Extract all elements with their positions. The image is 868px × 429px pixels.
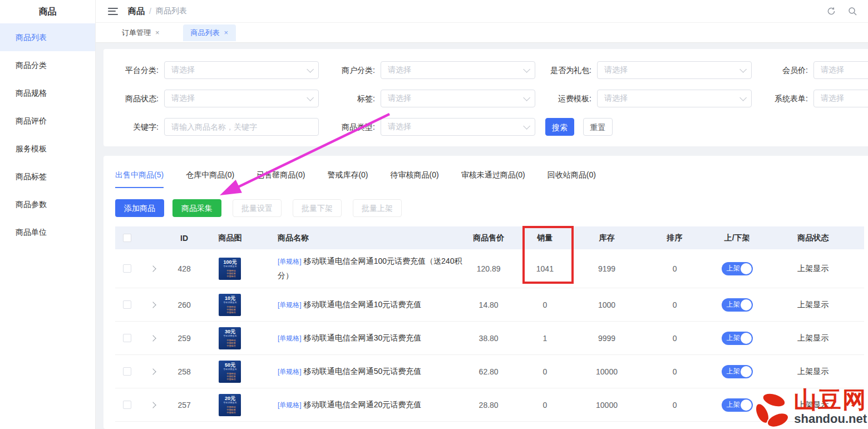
spec-tag: [单规格] [278,368,302,376]
product-sales: 0 [514,300,576,309]
sidebar-item-product-category[interactable]: 商品分类 [0,51,95,79]
product-price: 38.80 [463,334,513,343]
product-type-select[interactable]: 请选择 [381,118,535,136]
content-area: 平台分类: 请选择 商户分类: 请选择 是否为礼包: 请选择 会员价: 请选择 … [103,43,868,429]
product-name[interactable]: [单规格]移动联通电信全网通30元话费充值 [259,331,463,346]
product-price: 62.80 [463,367,513,376]
product-status: 上架显示 [762,300,864,310]
sidebar-item-product-list[interactable]: 商品列表 [0,23,95,51]
shelf-toggle[interactable]: 上架 [722,332,753,345]
sidebar-item-product-review[interactable]: 商品评价 [0,107,95,135]
row-checkbox[interactable] [123,401,131,409]
tab-review-rejected[interactable]: 审核未通过商品(0) [461,170,525,188]
route-tab-product-list[interactable]: 商品列表 × [183,24,236,41]
spec-tag: [单规格] [278,301,302,309]
tab-pending-review[interactable]: 待审核商品(0) [391,170,439,188]
product-price: 28.80 [463,401,513,410]
sidebar-item-product-unit[interactable]: 商品单位 [0,218,95,246]
product-image[interactable]: 10元 手机话费直充 中国移动 中国联通 中国电信 [219,294,241,316]
sidebar-item-product-tag[interactable]: 商品标签 [0,162,95,190]
tab-in-warehouse[interactable]: 仓库中商品(0) [186,170,234,188]
breadcrumb-root[interactable]: 商品 [128,6,145,17]
filter-label-is-gift: 是否为礼包: [525,61,591,79]
breadcrumb-current: 商品列表 [156,6,187,16]
row-checkbox[interactable] [123,264,131,273]
system-form-select[interactable]: 请选择 [813,90,868,107]
filter-label-product-status: 商品状态: [92,90,159,107]
tag-select[interactable]: 请选择 [381,90,535,107]
sidebar-item-product-param[interactable]: 商品参数 [0,190,95,218]
tab-low-stock[interactable]: 警戒库存(0) [327,170,368,188]
product-name[interactable]: [单规格]移动联通电信全网通20元话费充值 [259,398,463,412]
menu-collapse-icon[interactable] [108,8,118,15]
product-name[interactable]: [单规格]移动联通电信全网通50元话费充值 [259,364,463,379]
sidebar-title: 商品 [0,0,95,23]
tab-on-sale[interactable]: 出售中商品(5) [115,170,164,188]
sidebar: 商品 商品列表 商品分类 商品规格 商品评价 服务模板 商品标签 商品参数 商品… [0,0,96,429]
keyword-input-wrap [164,118,319,136]
expand-row-icon[interactable] [150,302,156,308]
keyword-input[interactable] [171,122,312,131]
search-icon[interactable] [848,7,857,16]
product-image[interactable]: 100元 手机话费直充 中国移动 中国联通 中国电信 [219,258,241,280]
chevron-down-icon [523,122,530,130]
merchant-category-select[interactable]: 请选择 [381,61,535,79]
product-id: 257 [167,401,201,410]
route-tab-orders[interactable]: 订单管理 × [114,24,167,41]
batch-off-shelf-button[interactable]: 批量下架 [293,199,342,217]
shipping-template-select[interactable]: 请选择 [597,90,752,107]
product-image[interactable]: 50元 手机话费直充 中国移动 中国联通 中国电信 [219,361,241,383]
product-image[interactable]: 20元 手机话费直充 中国移动 中国联通 中国电信 [219,394,241,416]
toggle-knob [741,366,752,377]
row-checkbox[interactable] [123,300,131,309]
close-icon[interactable]: × [224,28,229,37]
tab-recycle-bin[interactable]: 回收站商品(0) [548,170,596,188]
product-image[interactable]: 30元 手机话费直充 中国移动 中国联通 中国电信 [219,327,241,349]
expand-row-icon[interactable] [150,335,156,341]
add-product-button[interactable]: 添加商品 [115,199,164,217]
col-header-status: 商品状态 [762,233,864,243]
spec-tag: [单规格] [278,401,302,409]
main-area: 商品 / 商品列表 订单管理 × 商品列表 × 平台分类: [96,0,868,429]
col-header-id: ID [167,234,201,243]
shelf-toggle[interactable]: 上架 [722,398,753,412]
table-row: 260 10元 手机话费直充 中国移动 中国联通 中国电信 [单规格]移动联通电… [115,288,864,322]
expand-row-icon[interactable] [150,368,156,374]
select-all-checkbox[interactable] [123,234,131,242]
is-gift-select[interactable]: 请选择 [597,61,752,79]
product-status-select[interactable]: 请选择 [164,90,319,107]
col-header-shelf: 上/下架 [712,233,762,243]
product-id: 258 [167,367,201,376]
close-icon[interactable]: × [155,28,160,37]
shelf-toggle[interactable]: 上架 [722,298,753,312]
shelf-toggle[interactable]: 上架 [722,365,753,378]
platform-category-select[interactable]: 请选择 [164,61,319,79]
product-status: 上架显示 [762,333,864,343]
breadcrumb-separator: / [149,7,151,16]
batch-set-button[interactable]: 批量设置 [233,199,282,217]
row-checkbox[interactable] [123,334,131,342]
sidebar-item-service-template[interactable]: 服务模板 [0,135,95,162]
product-collect-button[interactable]: 商品采集 [172,199,221,217]
watermark-domain: shandou.net [793,412,867,426]
tab-sold-out[interactable]: 已售罄商品(0) [257,170,305,188]
shelf-toggle[interactable]: 上架 [722,262,753,275]
row-checkbox[interactable] [123,367,131,376]
filter-label-tag: 标签: [308,90,375,107]
reset-button[interactable]: 重置 [583,118,613,136]
batch-on-shelf-button[interactable]: 批量上架 [353,199,402,217]
search-button[interactable]: 搜索 [545,118,574,136]
product-name[interactable]: [单规格]移动联通电信全网通10元话费充值 [259,298,463,312]
product-name[interactable]: [单规格]移动联通电信全网通100元话费充值（送240积分） [259,254,463,283]
product-price: 120.89 [463,264,513,273]
member-price-select[interactable]: 请选择 [813,61,868,79]
expand-row-icon[interactable] [150,402,156,408]
action-buttons: 添加商品 商品采集 批量设置 批量下架 批量上架 [115,199,413,217]
col-header-stock: 库存 [576,233,637,243]
product-sales: 1041 [514,264,576,273]
refresh-icon[interactable] [827,7,836,16]
shandou-logo-icon [751,388,792,429]
sidebar-item-product-spec[interactable]: 商品规格 [0,79,95,107]
expand-row-icon[interactable] [150,265,156,272]
table-row: 259 30元 手机话费直充 中国移动 中国联通 中国电信 [单规格]移动联通电… [115,322,864,355]
